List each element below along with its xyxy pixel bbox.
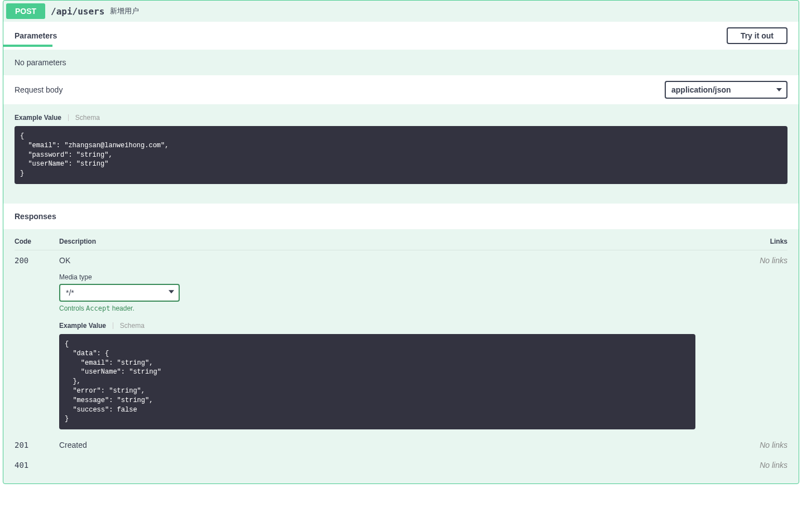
responses-header-row: Code Description Links <box>15 238 787 250</box>
col-links-header: Links <box>721 238 787 245</box>
media-type-label: Media type <box>59 273 721 281</box>
request-body-label: Request body <box>15 85 63 94</box>
response-description: OK <box>59 256 721 265</box>
media-type-select-wrapper: */* <box>59 281 180 302</box>
responses-header: Responses <box>3 204 799 229</box>
content-type-select[interactable]: application/json <box>665 81 787 99</box>
api-description: 新增用户 <box>110 6 139 16</box>
http-method-badge: POST <box>6 3 45 19</box>
response-example-code[interactable]: { "data": { "email": "string", "userName… <box>59 334 695 429</box>
parameters-header: Parameters Try it out <box>3 22 799 50</box>
operation-block: POST /api/users 新增用户 Parameters Try it o… <box>3 0 799 484</box>
no-parameters-text: No parameters <box>15 58 787 67</box>
parameters-body: No parameters <box>3 50 799 75</box>
no-links-text: No links <box>760 441 787 449</box>
response-example-schema-tabs: Example Value Schema <box>59 321 721 330</box>
operation-summary[interactable]: POST /api/users 新增用户 <box>3 1 799 22</box>
response-row-401: 401 No links <box>15 455 787 475</box>
response-row-201: 201 Created No links <box>15 435 787 455</box>
no-links-text: No links <box>760 461 787 470</box>
responses-title: Responses <box>15 212 56 221</box>
no-links-text: No links <box>760 256 787 265</box>
parameters-title: Parameters <box>15 31 57 40</box>
media-type-section: Media type */* Controls Accept header. <box>59 273 721 312</box>
parameters-tab[interactable]: Parameters <box>15 31 57 40</box>
responses-table: Code Description Links 200 OK Media type… <box>3 229 799 483</box>
example-schema-tabs: Example Value Schema <box>15 113 787 122</box>
example-value-tab[interactable]: Example Value <box>15 114 61 122</box>
media-type-select[interactable]: */* <box>59 284 180 302</box>
accept-header-note: Controls Accept header. <box>59 304 721 312</box>
schema-tab[interactable]: Schema <box>75 114 100 122</box>
response-code: 201 <box>15 441 28 449</box>
col-code-header: Code <box>15 238 59 245</box>
api-path: /api/users <box>51 6 104 17</box>
tab-divider <box>113 322 113 329</box>
request-body-header: Request body application/json <box>3 75 799 104</box>
request-example-code[interactable]: { "email": "zhangsan@lanweihong.com", "p… <box>15 126 787 184</box>
response-code: 401 <box>15 461 28 470</box>
response-code: 200 <box>15 256 28 265</box>
content-type-select-wrapper: application/json <box>665 81 787 99</box>
tab-divider <box>68 114 69 121</box>
try-it-out-button[interactable]: Try it out <box>727 27 787 44</box>
response-schema-tab[interactable]: Schema <box>120 322 145 330</box>
response-description: Created <box>59 441 721 449</box>
tab-indicator <box>3 45 52 47</box>
request-body-content: Example Value Schema { "email": "zhangsa… <box>3 104 799 204</box>
col-description-header: Description <box>59 238 721 245</box>
response-example-value-tab[interactable]: Example Value <box>59 322 106 330</box>
response-row-200: 200 OK Media type */* Controls Accept he… <box>15 250 787 435</box>
